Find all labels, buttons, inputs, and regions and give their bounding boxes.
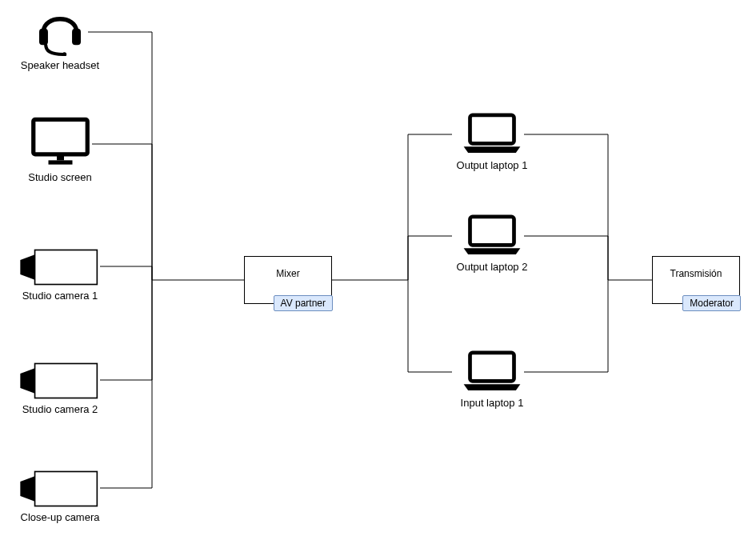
svg-rect-13 xyxy=(470,217,514,245)
svg-marker-10 xyxy=(20,476,34,501)
svg-rect-11 xyxy=(35,471,98,506)
node-studio-camera-1: Studio camera 1 xyxy=(12,248,108,302)
camera-icon xyxy=(12,248,108,286)
laptop-icon xyxy=(444,350,540,394)
svg-rect-5 xyxy=(48,160,72,164)
out-laptop-2-label: Output laptop 2 xyxy=(444,261,540,273)
svg-rect-4 xyxy=(57,154,64,161)
headset-label: Speaker headset xyxy=(12,59,108,71)
cam3-label: Close-up camera xyxy=(12,511,108,523)
transmision-label: Transmisión xyxy=(653,268,739,279)
svg-rect-1 xyxy=(72,29,81,46)
laptop-icon xyxy=(444,214,540,258)
headset-icon xyxy=(12,4,108,56)
node-studio-camera-2: Studio camera 2 xyxy=(12,362,108,415)
node-input-laptop-1: Input laptop 1 xyxy=(444,350,540,409)
diagram-wires xyxy=(0,0,756,548)
laptop-icon xyxy=(444,112,540,156)
node-studio-screen: Studio screen xyxy=(12,116,108,183)
node-transmision: Transmisión Moderator xyxy=(652,256,740,304)
node-speaker-headset: Speaker headset xyxy=(12,4,108,71)
node-closeup-camera: Close-up camera xyxy=(12,470,108,523)
svg-rect-14 xyxy=(470,353,514,381)
svg-rect-3 xyxy=(33,119,87,154)
svg-rect-9 xyxy=(35,363,98,398)
svg-marker-6 xyxy=(20,254,34,279)
screen-label: Studio screen xyxy=(12,171,108,183)
mixer-label: Mixer xyxy=(245,268,331,279)
cam2-label: Studio camera 2 xyxy=(12,403,108,415)
monitor-icon xyxy=(12,116,108,168)
transmision-tag: Moderator xyxy=(682,295,741,311)
mixer-tag: AV partner xyxy=(274,295,333,311)
svg-marker-8 xyxy=(20,368,34,393)
node-mixer: Mixer AV partner xyxy=(244,256,332,304)
in-laptop-1-label: Input laptop 1 xyxy=(444,397,540,409)
cam1-label: Studio camera 1 xyxy=(12,290,108,302)
node-output-laptop-2: Output laptop 2 xyxy=(444,214,540,273)
camera-icon xyxy=(12,362,108,400)
camera-icon xyxy=(12,470,108,508)
svg-rect-12 xyxy=(470,115,514,143)
out-laptop-1-label: Output laptop 1 xyxy=(444,159,540,171)
svg-rect-7 xyxy=(35,250,98,284)
node-output-laptop-1: Output laptop 1 xyxy=(444,112,540,171)
svg-rect-0 xyxy=(39,29,48,46)
